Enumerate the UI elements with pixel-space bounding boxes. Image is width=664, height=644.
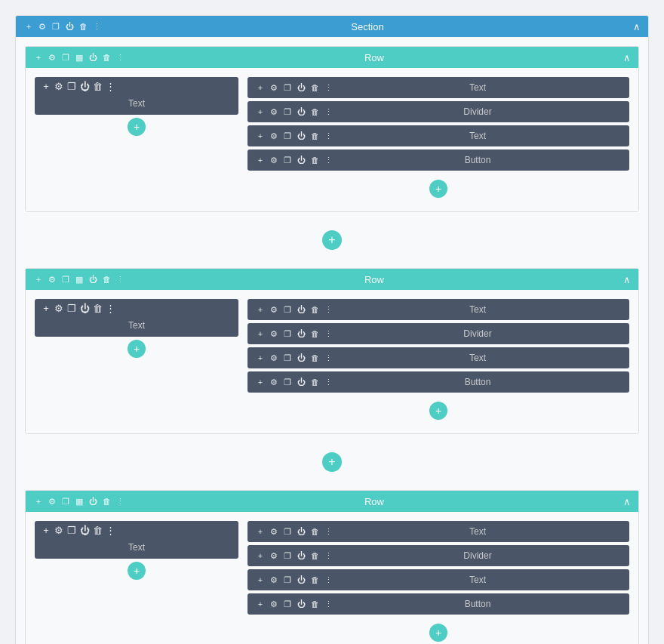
- el1t2-add-icon[interactable]: +: [255, 131, 266, 141]
- el1b-power-icon[interactable]: ⏻: [296, 155, 306, 165]
- row-1-right-plus-btn[interactable]: +: [429, 180, 447, 198]
- tb2-copy-icon[interactable]: ❐: [66, 303, 77, 313]
- el1t2-power-icon[interactable]: ⏻: [296, 131, 306, 141]
- row1-collapse-icon[interactable]: [623, 51, 631, 63]
- el1d-power-icon[interactable]: ⏻: [296, 106, 306, 117]
- tb1-gear-icon[interactable]: ⚙: [54, 81, 64, 91]
- el3d-dots-icon[interactable]: ⋮: [323, 550, 334, 561]
- el1t-dots-icon[interactable]: ⋮: [323, 82, 334, 93]
- row3-dots-icon[interactable]: ⋮: [115, 496, 125, 507]
- row-2-left-plus-btn[interactable]: +: [128, 340, 146, 358]
- el2t-copy-icon[interactable]: ❐: [282, 304, 293, 315]
- section-dots-icon[interactable]: ⋮: [91, 21, 102, 32]
- tb3-add-icon[interactable]: +: [41, 525, 51, 535]
- el3d-power-icon[interactable]: ⏻: [296, 550, 306, 561]
- el3d-add-icon[interactable]: +: [255, 550, 266, 561]
- row-2-bottom-plus-btn[interactable]: +: [322, 452, 342, 472]
- el2b-add-icon[interactable]: +: [255, 377, 266, 387]
- el2d-dots-icon[interactable]: ⋮: [323, 328, 334, 339]
- row3-add-icon[interactable]: +: [33, 496, 44, 507]
- el2t-trash-icon[interactable]: 🗑: [309, 304, 320, 315]
- row1-dots-icon[interactable]: ⋮: [115, 52, 125, 63]
- row-2-right-plus-btn[interactable]: +: [429, 402, 447, 420]
- row3-power-icon[interactable]: ⏻: [88, 496, 98, 507]
- el2d-copy-icon[interactable]: ❐: [282, 328, 293, 339]
- el1t-power-icon[interactable]: ⏻: [296, 82, 306, 93]
- row1-power-icon[interactable]: ⏻: [88, 52, 98, 63]
- el2t-add-icon[interactable]: +: [255, 304, 266, 315]
- row1-grid-icon[interactable]: ▦: [74, 52, 85, 63]
- el2b-copy-icon[interactable]: ❐: [282, 377, 293, 387]
- el3b-power-icon[interactable]: ⏻: [296, 599, 306, 609]
- el3t-power-icon[interactable]: ⏻: [296, 526, 306, 537]
- el3t2-power-icon[interactable]: ⏻: [296, 575, 306, 585]
- el1t2-dots-icon[interactable]: ⋮: [323, 131, 334, 141]
- el2d-gear-icon[interactable]: ⚙: [269, 328, 279, 339]
- row1-copy-icon[interactable]: ❐: [60, 52, 71, 63]
- section-collapse-icon[interactable]: [633, 20, 641, 32]
- row2-collapse-icon[interactable]: [623, 273, 631, 285]
- el1t-add-icon[interactable]: +: [255, 82, 266, 93]
- el3d-trash-icon[interactable]: 🗑: [309, 550, 320, 561]
- el3t-gear-icon[interactable]: ⚙: [269, 526, 279, 537]
- tb2-add-icon[interactable]: +: [41, 303, 51, 313]
- tb2-power-icon[interactable]: ⏻: [79, 303, 90, 313]
- el2b-gear-icon[interactable]: ⚙: [269, 377, 279, 387]
- el2t2-add-icon[interactable]: +: [255, 353, 266, 363]
- section-copy-icon[interactable]: ❐: [51, 21, 61, 32]
- tb1-power-icon[interactable]: ⏻: [79, 81, 90, 91]
- el1d-copy-icon[interactable]: ❐: [282, 106, 293, 117]
- tb3-dots-icon[interactable]: ⋮: [105, 525, 115, 535]
- el1d-add-icon[interactable]: +: [255, 106, 266, 117]
- row2-add-icon[interactable]: +: [33, 274, 44, 285]
- el1d-trash-icon[interactable]: 🗑: [309, 106, 320, 117]
- section-gear-icon[interactable]: ⚙: [37, 21, 48, 32]
- el3t2-dots-icon[interactable]: ⋮: [323, 575, 334, 585]
- row2-power-icon[interactable]: ⏻: [88, 274, 98, 285]
- section-power-icon[interactable]: ⏻: [64, 21, 75, 32]
- row3-grid-icon[interactable]: ▦: [74, 496, 85, 507]
- tb1-add-icon[interactable]: +: [41, 81, 51, 91]
- row2-copy-icon[interactable]: ❐: [60, 274, 71, 285]
- el2d-add-icon[interactable]: +: [255, 328, 266, 339]
- row-3-right-plus-btn[interactable]: +: [429, 624, 447, 642]
- row-1-left-plus-btn[interactable]: +: [128, 118, 146, 136]
- tb3-trash-icon[interactable]: 🗑: [92, 525, 103, 535]
- el2t-gear-icon[interactable]: ⚙: [269, 304, 279, 315]
- el3d-gear-icon[interactable]: ⚙: [269, 550, 279, 561]
- el3t-add-icon[interactable]: +: [255, 526, 266, 537]
- row2-trash-icon[interactable]: 🗑: [101, 274, 112, 285]
- el3t-copy-icon[interactable]: ❐: [282, 526, 293, 537]
- row1-trash-icon[interactable]: 🗑: [101, 52, 112, 63]
- el3t2-trash-icon[interactable]: 🗑: [309, 575, 320, 585]
- tb1-copy-icon[interactable]: ❐: [66, 81, 77, 91]
- el1t-trash-icon[interactable]: 🗑: [309, 82, 320, 93]
- el2b-trash-icon[interactable]: 🗑: [309, 377, 320, 387]
- el2t2-copy-icon[interactable]: ❐: [282, 353, 293, 363]
- el3d-copy-icon[interactable]: ❐: [282, 550, 293, 561]
- el1d-gear-icon[interactable]: ⚙: [269, 106, 279, 117]
- row3-gear-icon[interactable]: ⚙: [47, 496, 57, 507]
- el2d-trash-icon[interactable]: 🗑: [309, 328, 320, 339]
- el2t2-trash-icon[interactable]: 🗑: [309, 353, 320, 363]
- row3-copy-icon[interactable]: ❐: [60, 496, 71, 507]
- row1-add-icon[interactable]: +: [33, 52, 44, 63]
- tb2-trash-icon[interactable]: 🗑: [92, 303, 103, 313]
- el2t2-gear-icon[interactable]: ⚙: [269, 353, 279, 363]
- el1t2-copy-icon[interactable]: ❐: [282, 131, 293, 141]
- el2b-power-icon[interactable]: ⏻: [296, 377, 306, 387]
- el1d-dots-icon[interactable]: ⋮: [323, 106, 334, 117]
- el1t2-gear-icon[interactable]: ⚙: [269, 131, 279, 141]
- row-1-bottom-plus-btn[interactable]: +: [322, 230, 342, 250]
- section-add-icon[interactable]: +: [23, 21, 34, 32]
- tb2-dots-icon[interactable]: ⋮: [105, 303, 115, 313]
- el1t-gear-icon[interactable]: ⚙: [269, 82, 279, 93]
- row3-collapse-icon[interactable]: [623, 495, 631, 507]
- el3t-trash-icon[interactable]: 🗑: [309, 526, 320, 537]
- el1b-trash-icon[interactable]: 🗑: [309, 155, 320, 165]
- tb1-dots-icon[interactable]: ⋮: [105, 81, 115, 91]
- el3t2-copy-icon[interactable]: ❐: [282, 575, 293, 585]
- tb2-gear-icon[interactable]: ⚙: [54, 303, 64, 313]
- el1t-copy-icon[interactable]: ❐: [282, 82, 293, 93]
- el1b-copy-icon[interactable]: ❐: [282, 155, 293, 165]
